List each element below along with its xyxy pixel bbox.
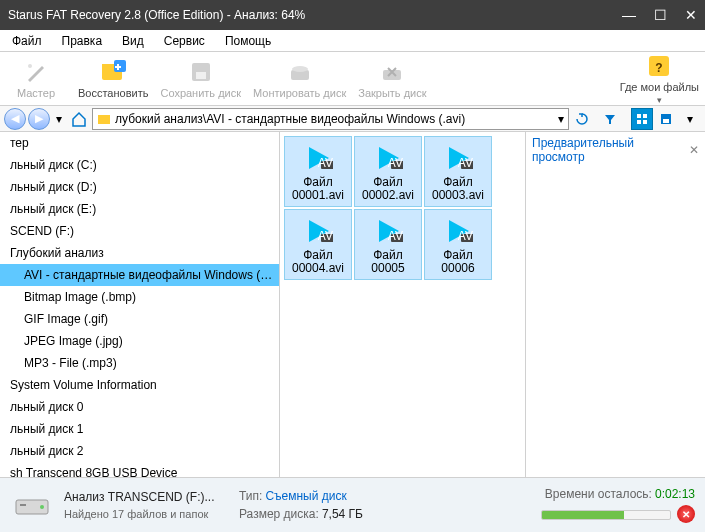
menu-edit[interactable]: Правка [54, 32, 111, 50]
svg-point-0 [28, 64, 32, 68]
svg-text:AVI: AVI [388, 156, 403, 170]
mount-disk-icon [287, 59, 313, 85]
svg-text:AVI: AVI [318, 229, 333, 243]
tree-item[interactable]: JPEG Image (.jpg) [0, 330, 279, 352]
view-save-button[interactable] [655, 108, 677, 130]
video-icon: AVI [301, 141, 335, 175]
address-bar[interactable]: лубокий анализ\AVI - стандартные видеофа… [92, 108, 569, 130]
svg-rect-14 [637, 120, 641, 124]
svg-text:AVI: AVI [458, 229, 473, 243]
stop-button[interactable]: ✕ [677, 505, 695, 523]
tree-item[interactable]: GIF Image (.gif) [0, 308, 279, 330]
status-bar: Анализ TRANSCEND (F:)... Найдено 17 файл… [0, 478, 705, 532]
close-disk-button[interactable]: Закрыть диск [358, 59, 426, 99]
file-item[interactable]: AVI Файл00004.avi [284, 209, 352, 280]
svg-rect-15 [643, 120, 647, 124]
menu-help[interactable]: Помощь [217, 32, 279, 50]
svg-rect-2 [102, 64, 110, 68]
folder-icon [97, 112, 111, 126]
video-icon: AVI [371, 214, 405, 248]
view-large-icons-button[interactable] [631, 108, 653, 130]
navbar: ◀ ▶ ▾ лубокий анализ\AVI - стандартные в… [0, 106, 705, 132]
main-area: тер льный диск (C:) льный диск (D:) льны… [0, 132, 705, 478]
progress-bar [541, 510, 671, 520]
svg-rect-5 [196, 72, 206, 79]
where-files-button[interactable]: ? Где мои файлы ▾ [620, 53, 699, 105]
menu-view[interactable]: Вид [114, 32, 152, 50]
preview-close-icon[interactable]: ✕ [689, 143, 699, 157]
video-icon: AVI [441, 214, 475, 248]
menu-file[interactable]: Файл [4, 32, 50, 50]
menu-service[interactable]: Сервис [156, 32, 213, 50]
file-item[interactable]: AVI Файл00003.avi [424, 136, 492, 207]
tree-item[interactable]: sh Transcend 8GB USB Device [0, 462, 279, 477]
toolbar: Мастер Восстановить Сохранить диск Монти… [0, 52, 705, 106]
tree-item[interactable]: SCEND (F:) [0, 220, 279, 242]
tree-item-selected[interactable]: AVI - стандартные видеофайлы Windows (.a… [0, 264, 279, 286]
tree-item[interactable]: льный диск 0 [0, 396, 279, 418]
tree-item[interactable]: System Volume Information [0, 374, 279, 396]
folder-tree[interactable]: тер льный диск (C:) льный диск (D:) льны… [0, 132, 280, 477]
save-disk-icon [188, 59, 214, 85]
file-item[interactable]: AVI Файл00002.avi [354, 136, 422, 207]
status-analysis-label: Анализ TRANSCEND (F:)... [64, 490, 215, 504]
tree-item[interactable]: MP3 - File (.mp3) [0, 352, 279, 374]
file-item[interactable]: AVI Файл00006 [424, 209, 492, 280]
close-disk-icon [379, 59, 405, 85]
minimize-button[interactable]: — [622, 7, 636, 23]
mount-disk-button[interactable]: Монтировать диск [253, 59, 346, 99]
svg-point-32 [40, 505, 44, 509]
svg-rect-12 [637, 114, 641, 118]
svg-text:AVI: AVI [388, 229, 403, 243]
status-type: Съемный диск [265, 489, 346, 503]
file-list[interactable]: AVI Файл00001.avi AVI Файл00002.avi AVI … [280, 132, 525, 477]
video-icon: AVI [301, 214, 335, 248]
nav-refresh-button[interactable] [571, 108, 593, 130]
video-icon: AVI [441, 141, 475, 175]
svg-rect-13 [643, 114, 647, 118]
tree-item[interactable]: тер [0, 132, 279, 154]
svg-text:AVI: AVI [458, 156, 473, 170]
tree-item[interactable]: льный диск (E:) [0, 198, 279, 220]
tree-item[interactable]: льный диск 2 [0, 440, 279, 462]
file-item[interactable]: AVI Файл00001.avi [284, 136, 352, 207]
tree-item[interactable]: льный диск 1 [0, 418, 279, 440]
status-found: Найдено 17 файлов и папок [64, 508, 229, 520]
close-button[interactable]: ✕ [685, 7, 697, 23]
nav-history-dropdown[interactable]: ▾ [52, 112, 66, 126]
question-icon: ? [646, 53, 672, 79]
recover-button[interactable]: Восстановить [78, 59, 148, 99]
file-item[interactable]: AVI Файл00005 [354, 209, 422, 280]
recover-icon [100, 59, 126, 85]
status-time-remaining: 0:02:13 [655, 487, 695, 501]
status-size: 7,54 ГБ [322, 507, 363, 521]
save-disk-button[interactable]: Сохранить диск [160, 59, 241, 99]
maximize-button[interactable]: ☐ [654, 7, 667, 23]
svg-rect-11 [98, 115, 110, 124]
svg-text:AVI: AVI [318, 156, 333, 170]
wizard-icon [23, 59, 49, 85]
svg-rect-31 [20, 504, 26, 506]
svg-point-7 [292, 66, 308, 72]
view-options-button[interactable]: ▾ [679, 108, 701, 130]
nav-home-button[interactable] [68, 108, 90, 130]
svg-text:?: ? [656, 61, 663, 75]
window-title: Starus FAT Recovery 2.8 (Office Edition)… [8, 8, 305, 22]
preview-title: Предварительный просмотр [532, 136, 689, 164]
titlebar: Starus FAT Recovery 2.8 (Office Edition)… [0, 0, 705, 30]
menubar: Файл Правка Вид Сервис Помощь [0, 30, 705, 52]
video-icon: AVI [371, 141, 405, 175]
tree-item[interactable]: Bitmap Image (.bmp) [0, 286, 279, 308]
svg-rect-17 [663, 119, 669, 123]
tree-item[interactable]: льный диск (C:) [0, 154, 279, 176]
drive-icon [10, 487, 54, 523]
nav-back-button[interactable]: ◀ [4, 108, 26, 130]
preview-panel: Предварительный просмотр ✕ [525, 132, 705, 477]
chevron-down-icon[interactable]: ▾ [558, 112, 564, 126]
nav-forward-button[interactable]: ▶ [28, 108, 50, 130]
window-buttons: — ☐ ✕ [622, 7, 697, 23]
tree-item[interactable]: Глубокий анализ [0, 242, 279, 264]
tree-item[interactable]: льный диск (D:) [0, 176, 279, 198]
filter-button[interactable] [599, 108, 621, 130]
wizard-button[interactable]: Мастер [6, 59, 66, 99]
